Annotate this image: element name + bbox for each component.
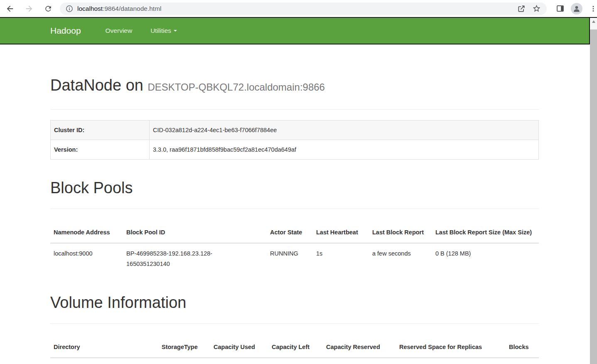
nav-item-utilities[interactable]: Utilities	[141, 27, 186, 34]
menu-button[interactable]	[587, 3, 597, 15]
scrollbar-up-button[interactable]	[590, 18, 597, 25]
table-row: Version:3.3.0, raa96f1871bfd858f9bac59cf…	[51, 140, 539, 160]
table-cell: a few seconds	[369, 243, 432, 274]
column-header: StorageType	[158, 339, 210, 358]
omnibox-action-icons	[517, 4, 541, 13]
column-header: Capacity Left	[268, 339, 323, 358]
hadoop-navbar: Hadoop Overview Utilities	[0, 18, 590, 44]
column-header: Last Block Report Size (Max Size)	[432, 224, 539, 243]
table-cell: 1s	[313, 243, 369, 274]
column-header: Last Block Report	[369, 224, 432, 243]
table-cell: RUNNING	[267, 243, 313, 274]
avatar	[571, 3, 582, 15]
page-title: DataNode on DESKTOP-QBKQL72.localdomain:…	[50, 76, 539, 96]
table-row: Cluster ID:CID-032a812d-a224-4ec1-be63-f…	[51, 121, 539, 140]
scroll-up-arrow-icon	[592, 20, 595, 23]
browser-right-buttons	[554, 3, 597, 15]
web-page: Hadoop Overview Utilities DataNode on DE…	[0, 18, 590, 364]
table-row: localhost:9000BP-469985238-192.168.23.12…	[50, 243, 539, 274]
back-icon	[5, 4, 15, 13]
nav-item-overview[interactable]: Overview	[96, 27, 142, 34]
page-content: DataNode on DESKTOP-QBKQL72.localdomain:…	[50, 76, 539, 358]
scrollbar-thumb[interactable]	[590, 30, 597, 364]
column-header: Directory	[50, 339, 158, 358]
url-bar[interactable]: localhost:9864/datanode.html	[60, 2, 547, 15]
block-pools-table: Namenode AddressBlock Pool IDActor State…	[50, 224, 539, 274]
cluster-info-table: Cluster ID:CID-032a812d-a224-4ec1-be63-f…	[50, 120, 539, 160]
page-scrollbar[interactable]	[590, 18, 597, 364]
volume-information-header: Volume Information	[50, 293, 539, 324]
url-path: :9864/datanode.html	[103, 5, 161, 12]
forward-icon	[25, 4, 34, 13]
table-cell: BP-469985238-192.168.23.128-165035123014…	[123, 243, 267, 274]
site-info-icon[interactable]	[66, 5, 73, 12]
table-cell: Version:	[51, 140, 150, 160]
column-header: Block Pool ID	[123, 224, 267, 243]
back-button[interactable]	[4, 3, 16, 15]
column-header: Reserved Space for Replicas	[396, 339, 506, 358]
bookmark-star-icon[interactable]	[532, 4, 541, 13]
column-header: Actor State	[267, 224, 313, 243]
side-panel-icon	[556, 4, 565, 13]
chevron-down-icon	[174, 30, 177, 32]
column-header: Capacity Used	[210, 339, 268, 358]
menu-dots-icon	[590, 5, 597, 12]
column-header: Blocks	[506, 339, 539, 358]
volume-information-table: DirectoryStorageTypeCapacity UsedCapacit…	[50, 339, 539, 358]
table-cell: 3.3.0, raa96f1871bfd858f9bac59cf2a81ec47…	[150, 140, 539, 160]
navbar-brand-hadoop[interactable]: Hadoop	[50, 26, 81, 36]
table-cell: Cluster ID:	[51, 121, 150, 140]
reload-icon	[44, 5, 52, 13]
url-text[interactable]: localhost:9864/datanode.html	[77, 5, 517, 12]
table-cell: 0 B (128 MB)	[432, 243, 539, 274]
page-title-block: DataNode on DESKTOP-QBKQL72.localdomain:…	[50, 76, 539, 110]
reload-button[interactable]	[42, 3, 54, 15]
url-host: localhost	[77, 5, 103, 12]
block-pools-header: Block Pools	[50, 179, 539, 209]
browser-nav-buttons	[4, 3, 54, 15]
table-cell: localhost:9000	[50, 243, 123, 274]
forward-button[interactable]	[23, 3, 35, 15]
table-cell: CID-032a812d-a224-4ec1-be63-f7066f7884ee	[150, 121, 539, 140]
share-icon[interactable]	[517, 5, 526, 13]
side-panel-button[interactable]	[554, 3, 566, 15]
column-header: Capacity Reserved	[323, 339, 396, 358]
column-header: Last Heartbeat	[313, 224, 369, 243]
profile-icon	[572, 5, 581, 13]
page-title-host: DESKTOP-QBKQL72.localdomain:9866	[148, 81, 325, 93]
browser-toolbar: localhost:9864/datanode.html	[0, 0, 597, 18]
profile-button[interactable]	[571, 3, 582, 15]
volume-information-heading: Volume Information	[50, 293, 539, 312]
column-header: Namenode Address	[50, 224, 123, 243]
block-pools-heading: Block Pools	[50, 179, 539, 197]
